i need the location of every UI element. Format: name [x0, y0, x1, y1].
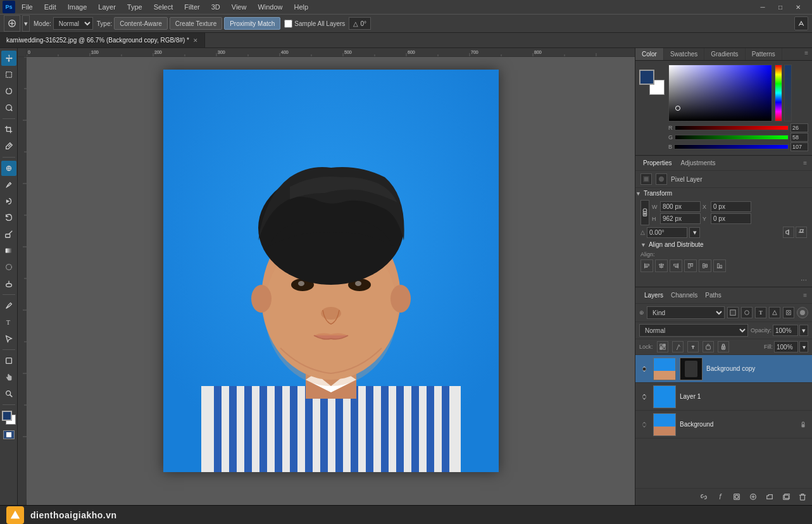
- align-right-edges-button[interactable]: [670, 259, 682, 272]
- pen-tool[interactable]: [1, 298, 16, 313]
- menu-3d[interactable]: 3D: [206, 2, 225, 12]
- sample-all-layers-checkbox[interactable]: [284, 20, 292, 28]
- y-input[interactable]: [711, 213, 751, 224]
- layer-visibility-background[interactable]: [639, 420, 649, 430]
- opacity-dropdown[interactable]: ▾: [799, 325, 808, 336]
- rotation-input[interactable]: [647, 227, 687, 238]
- blur-tool[interactable]: [1, 259, 16, 275]
- create-group-button[interactable]: [764, 491, 775, 502]
- flip-v-button[interactable]: [796, 227, 807, 238]
- clone-stamp-tool[interactable]: [1, 194, 16, 209]
- opacity-input[interactable]: [773, 325, 798, 336]
- minimize-button[interactable]: ─: [755, 0, 770, 15]
- shape-tool[interactable]: [1, 353, 16, 368]
- menu-help[interactable]: Help: [289, 2, 314, 12]
- color-tab[interactable]: Color: [635, 48, 664, 60]
- add-adjustment-button[interactable]: [747, 491, 759, 502]
- dodge-tool[interactable]: [1, 276, 16, 291]
- align-horizontal-centers-button[interactable]: [655, 259, 668, 272]
- gradient-tool[interactable]: [1, 243, 16, 258]
- fg-bg-color-boxes[interactable]: [639, 70, 665, 95]
- aspect-lock-button[interactable]: [640, 200, 649, 225]
- lock-image-button[interactable]: [672, 341, 684, 352]
- foreground-background-colors[interactable]: [1, 409, 17, 426]
- tab-close-button[interactable]: ✕: [193, 37, 198, 44]
- lock-artboard-button[interactable]: [703, 341, 714, 352]
- eraser-tool[interactable]: [1, 227, 16, 242]
- more-options-button[interactable]: ···: [801, 275, 807, 284]
- maximize-button[interactable]: □: [773, 0, 788, 15]
- swatches-tab[interactable]: Swatches: [664, 48, 704, 60]
- color-panel-menu[interactable]: ≡: [801, 48, 812, 60]
- path-select-tool[interactable]: [1, 331, 16, 346]
- layer-background[interactable]: Background: [635, 411, 812, 439]
- channels-tab[interactable]: Channels: [667, 290, 701, 300]
- lasso-tool[interactable]: [1, 84, 16, 99]
- fill-input[interactable]: [774, 341, 798, 352]
- menu-layer[interactable]: Layer: [93, 2, 121, 12]
- blue-channel-bar[interactable]: [674, 144, 789, 149]
- color-gradient-picker[interactable]: R G B: [668, 65, 808, 151]
- quick-select-tool[interactable]: [1, 100, 16, 115]
- menu-edit[interactable]: Edit: [39, 2, 61, 12]
- paths-tab[interactable]: Paths: [701, 290, 725, 300]
- layer-visibility-1[interactable]: [639, 392, 649, 402]
- gradients-tab[interactable]: Gradients: [704, 48, 745, 60]
- add-style-button[interactable]: f: [715, 491, 726, 502]
- green-channel-input[interactable]: [790, 133, 808, 142]
- red-channel-bar[interactable]: [675, 125, 789, 130]
- link-layers-button[interactable]: [698, 491, 709, 502]
- patterns-tab[interactable]: Patterns: [746, 48, 782, 60]
- content-aware-button[interactable]: Content-Aware: [114, 17, 168, 30]
- layer-background-copy[interactable]: Background copy: [635, 355, 812, 383]
- foreground-color-swatch[interactable]: [2, 411, 12, 421]
- blend-mode-select[interactable]: Normal: [639, 324, 748, 337]
- quick-mask-button[interactable]: [2, 430, 16, 440]
- menu-select[interactable]: Select: [149, 2, 178, 12]
- filter-active-toggle[interactable]: [797, 307, 808, 318]
- properties-tab[interactable]: Properties: [640, 158, 675, 168]
- green-channel-bar[interactable]: [675, 135, 789, 140]
- properties-panel-menu[interactable]: ≡: [803, 159, 807, 166]
- adjustments-tab[interactable]: Adjustments: [678, 158, 718, 168]
- proximity-match-button[interactable]: Proximity Match: [224, 17, 280, 30]
- menu-file[interactable]: File: [16, 2, 38, 12]
- layers-tab[interactable]: Layers: [640, 290, 667, 300]
- heal-tool-icon[interactable]: [4, 15, 20, 32]
- foreground-color-box[interactable]: [639, 70, 654, 85]
- menu-image[interactable]: Image: [63, 2, 92, 12]
- brush-tool[interactable]: [1, 177, 16, 192]
- canvas-viewport[interactable]: [27, 57, 635, 505]
- photo-canvas[interactable]: [163, 70, 499, 472]
- layer-1[interactable]: Layer 1: [635, 383, 812, 411]
- filter-pixel-button[interactable]: [727, 307, 739, 318]
- layers-panel-menu[interactable]: ≡: [803, 292, 807, 299]
- menu-window[interactable]: Window: [253, 2, 287, 12]
- fill-dropdown[interactable]: ▾: [799, 341, 808, 352]
- blue-channel-input[interactable]: [790, 142, 808, 151]
- layer-visibility-background-copy[interactable]: [639, 364, 649, 374]
- menu-type[interactable]: Type: [122, 2, 147, 12]
- lock-position-button[interactable]: [687, 341, 699, 352]
- add-mask-button[interactable]: [731, 491, 742, 502]
- move-tool[interactable]: [1, 51, 16, 66]
- rotation-dropdown[interactable]: ▾: [689, 227, 700, 238]
- red-channel-input[interactable]: [790, 123, 808, 132]
- height-input[interactable]: [660, 213, 701, 224]
- x-input[interactable]: [711, 201, 751, 212]
- mode-select[interactable]: Normal: [53, 17, 93, 30]
- width-input[interactable]: [660, 201, 701, 212]
- hue-slider[interactable]: [775, 65, 782, 122]
- heal-brush-tool[interactable]: [1, 161, 16, 176]
- text-tool[interactable]: T: [1, 315, 16, 330]
- tool-dropdown-arrow[interactable]: ▾: [22, 15, 30, 32]
- transform-section-title[interactable]: ▼ Transform: [635, 188, 812, 199]
- filter-adjustment-button[interactable]: [741, 307, 753, 318]
- color-gradient-field[interactable]: [668, 65, 772, 122]
- brush-preset-icon[interactable]: [794, 16, 808, 30]
- history-brush-tool[interactable]: [1, 210, 16, 225]
- delete-layer-button[interactable]: [797, 491, 808, 502]
- color-spectrum-area[interactable]: [668, 65, 792, 122]
- lock-transparent-button[interactable]: [657, 341, 668, 352]
- align-left-edges-button[interactable]: [640, 259, 653, 272]
